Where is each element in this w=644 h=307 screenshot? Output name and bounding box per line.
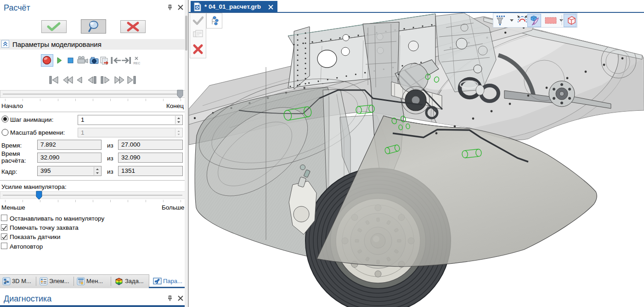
- svg-text:REC: REC: [134, 62, 141, 65]
